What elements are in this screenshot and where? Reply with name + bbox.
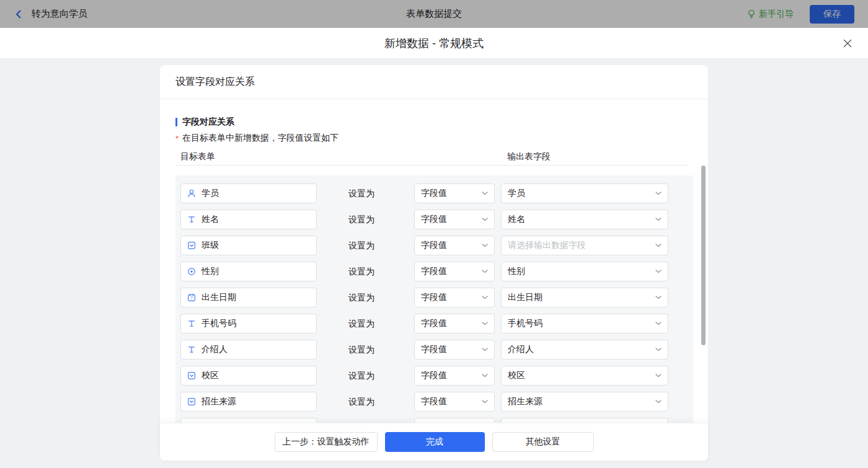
output-field-selected: 出生日期: [508, 292, 542, 303]
column-header-output-fields: 输出表字段: [507, 151, 551, 162]
value-type-select[interactable]: 字段值: [414, 366, 495, 386]
text-icon: [187, 319, 196, 328]
target-field-box: 招生来源: [180, 392, 317, 412]
value-type-select[interactable]: 字段值: [414, 262, 495, 281]
output-field-select[interactable]: 学员: [501, 183, 668, 203]
set-as-label: 设置为: [348, 340, 374, 360]
back-button[interactable]: 转为意向学员: [14, 8, 87, 20]
value-type-select[interactable]: 字段值: [414, 392, 495, 412]
close-icon[interactable]: [843, 38, 852, 48]
value-type-select[interactable]: 字段值: [414, 236, 495, 255]
user-icon: [187, 189, 196, 198]
vertical-scrollbar[interactable]: [701, 166, 706, 345]
set-as-label: 设置为: [348, 288, 374, 307]
output-field-select[interactable]: 招生来源: [501, 392, 668, 412]
select-icon: [187, 397, 196, 406]
column-header-target-form: 目标表单: [180, 151, 215, 162]
value-type-selected: 字段值: [421, 240, 447, 251]
set-as-label: 设置为: [348, 236, 374, 255]
target-field-box: 姓名: [180, 210, 317, 229]
field-mapping-row: 手机号码设置为字段值手机号码: [175, 314, 693, 333]
output-field-selected: 介绍人: [508, 344, 534, 355]
field-mapping-row: 招生来源设置为字段值招生来源: [175, 392, 693, 412]
target-field-box: 7出生日期: [180, 288, 317, 307]
output-field-select[interactable]: 出生日期: [501, 288, 668, 307]
target-field-box: 介绍人: [180, 340, 317, 360]
target-field-label: 学员: [202, 188, 219, 199]
output-field-select[interactable]: 手机号码: [501, 314, 668, 333]
target-field-label: 校区: [202, 370, 219, 381]
output-field-select[interactable]: 性别: [501, 262, 668, 281]
previous-step-button[interactable]: 上一步：设置触发动作: [275, 432, 378, 452]
finish-button[interactable]: 完成: [385, 432, 485, 452]
output-field-select[interactable]: 介绍人: [501, 340, 668, 360]
required-asterisk: *: [175, 133, 179, 145]
set-as-label: 设置为: [348, 210, 374, 229]
value-type-select[interactable]: 字段值: [414, 288, 495, 307]
target-field-label: 性别: [202, 266, 219, 277]
field-mapping-row: 学员设置为字段值学员: [175, 183, 693, 203]
output-field-select[interactable]: 请选择输出数据字段: [501, 236, 668, 255]
output-field-selected: 招生来源: [508, 396, 542, 407]
value-type-select[interactable]: 字段值: [414, 314, 495, 333]
card-footer: 上一步：设置触发动作 完成 其他设置: [160, 423, 708, 461]
page-title: 表单数据提交: [406, 8, 462, 20]
target-field-label: 介绍人: [202, 344, 228, 355]
back-label: 转为意向学员: [32, 8, 87, 20]
chevron-down-icon: [655, 374, 662, 377]
output-field-selected: 手机号码: [508, 318, 542, 329]
text-icon: [187, 215, 196, 224]
chevron-down-icon: [655, 218, 662, 221]
value-type-select[interactable]: 字段值: [414, 340, 495, 360]
field-mapping-list: 学员设置为字段值学员姓名设置为字段值姓名班级设置为字段值请选择输出数据字段性别设…: [175, 175, 693, 423]
chevron-down-icon: [655, 400, 662, 404]
section-marker-bar: [175, 118, 177, 126]
modal-header: 新增数据 - 常规模式: [0, 28, 868, 59]
chevron-down-icon: [482, 322, 488, 325]
chevron-down-icon: [482, 218, 488, 221]
target-field-label: 招生来源: [202, 396, 236, 407]
output-field-select[interactable]: 姓名: [501, 210, 668, 229]
top-bar: 转为意向学员 表单数据提交 新手引导 保存: [0, 0, 868, 28]
other-settings-button[interactable]: 其他设置: [492, 432, 594, 452]
field-mapping-card: 设置字段对应关系 字段对应关系 * 在目标表单中新增数据，字段值设置如下 目标表…: [160, 65, 708, 461]
target-field-box: 手机号码: [180, 314, 317, 333]
svg-text:7: 7: [190, 296, 193, 300]
chevron-down-icon: [655, 322, 662, 325]
value-type-selected: 字段值: [421, 344, 447, 355]
value-type-select[interactable]: 字段值: [414, 210, 495, 229]
value-type-selected: 字段值: [421, 214, 447, 225]
note-text: 在目标表单中新增数据，字段值设置如下: [182, 133, 339, 144]
value-type-selected: 字段值: [421, 396, 447, 407]
column-divider: [175, 165, 688, 166]
value-type-selected: 字段值: [421, 266, 447, 277]
chevron-down-icon: [482, 400, 488, 404]
section-heading: 字段对应关系: [175, 117, 234, 128]
save-button[interactable]: 保存: [810, 5, 854, 24]
target-field-label: 班级: [202, 240, 219, 251]
lightbulb-icon: [747, 9, 756, 19]
field-mapping-row: 姓名设置为字段值姓名: [175, 210, 693, 229]
field-mapping-row: 班级设置为字段值请选择输出数据字段: [175, 236, 693, 255]
beginner-guide-link[interactable]: 新手引导: [747, 9, 794, 20]
field-mapping-row: 校区设置为字段值校区: [175, 366, 693, 386]
output-field-select[interactable]: 校区: [501, 366, 668, 386]
select-icon: [187, 371, 196, 380]
output-field-selected: 性别: [508, 266, 525, 277]
target-field-box: 校区: [180, 366, 317, 386]
value-type-select[interactable]: 字段值: [414, 183, 495, 203]
chevron-down-icon: [482, 374, 488, 377]
target-field-box: 性别: [180, 262, 317, 281]
chevron-down-icon: [482, 192, 488, 195]
chevron-down-icon: [655, 296, 662, 299]
field-mapping-row: 性别设置为字段值性别: [175, 262, 693, 281]
calendar-icon: 7: [187, 293, 196, 302]
output-field-selected: 学员: [508, 188, 525, 199]
section-title: 字段对应关系: [182, 117, 234, 128]
value-type-selected: 字段值: [421, 188, 447, 199]
chevron-down-icon: [482, 348, 488, 351]
chevron-left-icon: [14, 9, 24, 19]
select-icon: [187, 241, 196, 250]
required-note: * 在目标表单中新增数据，字段值设置如下: [175, 133, 339, 145]
value-type-selected: 字段值: [421, 318, 447, 329]
